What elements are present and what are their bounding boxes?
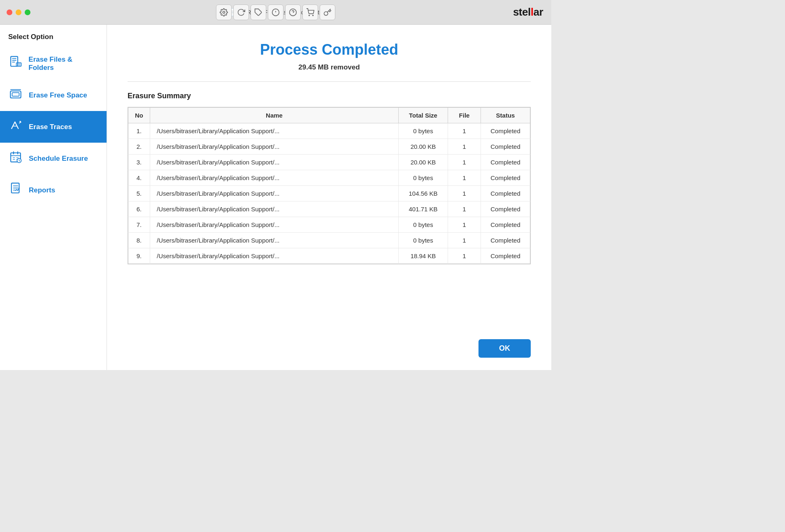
svg-point-21 <box>19 121 21 122</box>
key-button[interactable] <box>320 5 335 20</box>
cell-size: 0 bytes <box>399 233 448 248</box>
help-button[interactable] <box>285 5 301 20</box>
svg-point-7 <box>309 15 310 16</box>
cell-size: 401.71 KB <box>399 201 448 217</box>
erase-traces-icon <box>8 118 23 135</box>
cell-file: 1 <box>448 233 481 248</box>
process-title: Process Completed <box>128 41 531 58</box>
erase-traces-label: Erase Traces <box>29 123 72 131</box>
cell-size: 104.56 KB <box>399 186 448 201</box>
table-row: 8. /Users/bitraser/Library/Application S… <box>128 233 530 248</box>
table-row: 7. /Users/bitraser/Library/Application S… <box>128 217 530 233</box>
svg-rect-13 <box>16 63 21 67</box>
table-row: 2. /Users/bitraser/Library/Application S… <box>128 139 530 155</box>
cell-file: 1 <box>448 248 481 264</box>
erase-files-label: Erase Files & Folders <box>28 56 98 72</box>
cell-name: /Users/bitraser/Library/Application Supp… <box>150 201 399 217</box>
erase-free-space-icon <box>8 87 23 104</box>
cell-file: 1 <box>448 201 481 217</box>
cell-name: /Users/bitraser/Library/Application Supp… <box>150 186 399 201</box>
table-row: 6. /Users/bitraser/Library/Application S… <box>128 201 530 217</box>
cell-no: 5. <box>128 186 150 201</box>
divider <box>128 81 531 82</box>
cell-name: /Users/bitraser/Library/Application Supp… <box>150 170 399 186</box>
cell-name: /Users/bitraser/Library/Application Supp… <box>150 123 399 139</box>
cell-no: 6. <box>128 201 150 217</box>
svg-point-8 <box>313 15 314 16</box>
table-row: 5. /Users/bitraser/Library/Application S… <box>128 186 530 201</box>
erasure-summary-title: Erasure Summary <box>128 92 531 100</box>
cart-button[interactable] <box>302 5 318 20</box>
svg-point-2 <box>272 9 279 16</box>
cell-name: /Users/bitraser/Library/Application Supp… <box>150 139 399 155</box>
col-header-no: No <box>128 108 150 123</box>
cell-file: 1 <box>448 170 481 186</box>
sidebar-item-schedule-erasure[interactable]: Schedule Erasure <box>0 143 107 174</box>
ok-button-container: OK <box>478 339 531 358</box>
cell-name: /Users/bitraser/Library/Application Supp… <box>150 217 399 233</box>
info-button[interactable] <box>268 5 283 20</box>
erasure-table: No Name Total Size File Status 1. /Users… <box>128 107 530 264</box>
stellar-logo: stellar <box>513 6 543 19</box>
content-area: Process Completed 29.45 MB removed Erasu… <box>107 25 551 370</box>
erase-files-icon <box>8 55 23 72</box>
window-controls <box>7 9 30 15</box>
cell-status: Completed <box>481 170 530 186</box>
cell-status: Completed <box>481 233 530 248</box>
fullscreen-button[interactable] <box>25 9 30 15</box>
cell-status: Completed <box>481 248 530 264</box>
cell-status: Completed <box>481 155 530 170</box>
cell-status: Completed <box>481 217 530 233</box>
cell-status: Completed <box>481 201 530 217</box>
titlebar: 📄 BitRaser File Eraser - Corporate <box>0 0 551 25</box>
cell-no: 9. <box>128 248 150 264</box>
col-header-status: Status <box>481 108 530 123</box>
table-row: 9. /Users/bitraser/Library/Application S… <box>128 248 530 264</box>
cell-size: 0 bytes <box>399 217 448 233</box>
cell-no: 8. <box>128 233 150 248</box>
main-layout: Select Option Erase Files & Folders <box>0 25 551 370</box>
sidebar-item-erase-free-space[interactable]: Erase Free Space <box>0 79 107 111</box>
cell-no: 4. <box>128 170 150 186</box>
table-row: 4. /Users/bitraser/Library/Application S… <box>128 170 530 186</box>
process-subtitle: 29.45 MB removed <box>128 63 531 72</box>
svg-rect-17 <box>12 93 19 96</box>
table-row: 3. /Users/bitraser/Library/Application S… <box>128 155 530 170</box>
table-row: 1. /Users/bitraser/Library/Application S… <box>128 123 530 139</box>
schedule-erasure-label: Schedule Erasure <box>29 155 88 163</box>
cell-no: 7. <box>128 217 150 233</box>
cell-file: 1 <box>448 217 481 233</box>
toolbar <box>216 5 335 20</box>
cell-no: 3. <box>128 155 150 170</box>
col-header-file: File <box>448 108 481 123</box>
cell-status: Completed <box>481 123 530 139</box>
cell-name: /Users/bitraser/Library/Application Supp… <box>150 248 399 264</box>
cell-size: 0 bytes <box>399 170 448 186</box>
tag-button[interactable] <box>251 5 266 20</box>
erase-free-space-label: Erase Free Space <box>29 91 87 99</box>
cell-file: 1 <box>448 123 481 139</box>
refresh-button[interactable] <box>233 5 249 20</box>
cell-file: 1 <box>448 155 481 170</box>
col-header-name: Name <box>150 108 399 123</box>
settings-button[interactable] <box>216 5 232 20</box>
cell-no: 1. <box>128 123 150 139</box>
cell-size: 0 bytes <box>399 123 448 139</box>
cell-size: 18.94 KB <box>399 248 448 264</box>
cell-size: 20.00 KB <box>399 139 448 155</box>
sidebar-item-erase-files[interactable]: Erase Files & Folders <box>0 48 107 79</box>
sidebar: Select Option Erase Files & Folders <box>0 25 107 370</box>
ok-button[interactable]: OK <box>478 339 531 358</box>
cell-status: Completed <box>481 186 530 201</box>
cell-name: /Users/bitraser/Library/Application Supp… <box>150 155 399 170</box>
cell-status: Completed <box>481 139 530 155</box>
cell-no: 2. <box>128 139 150 155</box>
close-button[interactable] <box>7 9 12 15</box>
sidebar-item-reports[interactable]: Reports <box>0 174 107 206</box>
schedule-erasure-icon <box>8 150 23 167</box>
cell-name: /Users/bitraser/Library/Application Supp… <box>150 233 399 248</box>
col-header-size: Total Size <box>399 108 448 123</box>
reports-label: Reports <box>29 186 55 194</box>
minimize-button[interactable] <box>16 9 21 15</box>
sidebar-item-erase-traces[interactable]: Erase Traces <box>0 111 107 143</box>
